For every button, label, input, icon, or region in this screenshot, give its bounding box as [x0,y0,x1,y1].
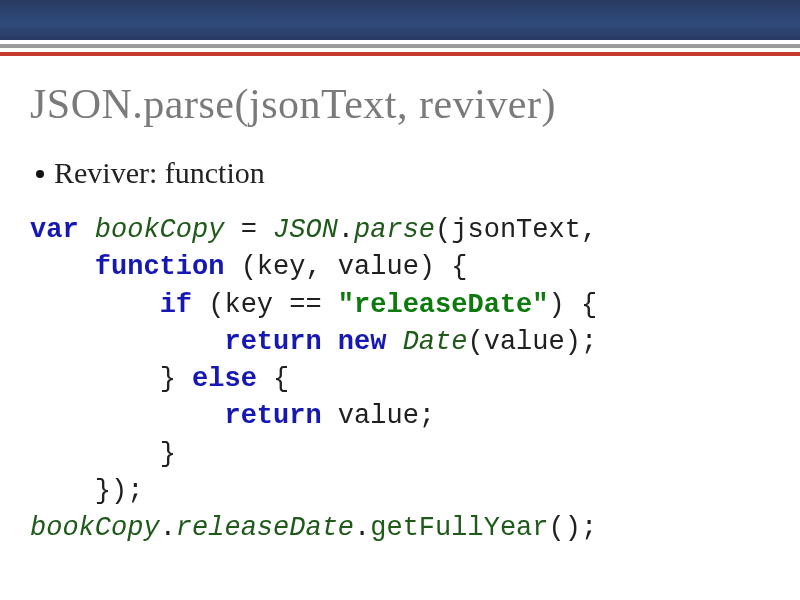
tok: (); [549,513,598,543]
tok [79,215,95,245]
tok-if: if [160,290,192,320]
bullet-reviver: Reviver: function [36,156,770,190]
tok [30,327,224,357]
tok [30,290,160,320]
bullet-dot-icon [36,170,44,178]
tok [30,401,224,431]
tok-return: return [224,327,321,357]
bullet-text: Reviver: function [54,156,265,189]
tok: } [160,439,176,469]
tok-json: JSON [273,215,338,245]
tok [30,439,160,469]
tok: } [160,364,192,394]
tok: ) { [549,290,598,320]
tok-date: Date [403,327,468,357]
tok: (jsonText, [435,215,597,245]
tok: (key == [192,290,338,320]
code-block: var bookCopy = JSON.parse(jsonText, func… [30,212,770,547]
tok: (key, value) { [224,252,467,282]
tok-else: else [192,364,257,394]
tok: . [338,215,354,245]
tok-return: return [224,401,321,431]
tok [30,364,160,394]
tok-function: function [95,252,225,282]
tok-bookcopy: bookCopy [95,215,225,245]
tok: (value); [467,327,597,357]
tok: { [257,364,289,394]
tok-var: var [30,215,79,245]
tok [386,327,402,357]
title-band [0,0,800,40]
tok-string: "releaseDate" [338,290,549,320]
tok: . [160,513,176,543]
slide-title: JSON.parse(jsonText, reviver) [30,80,770,128]
tok: = [224,215,273,245]
tok-getfullyear: getFullYear [370,513,548,543]
slide-body: JSON.parse(jsonText, reviver) Reviver: f… [0,56,800,547]
divider-grey [0,44,800,48]
tok: . [354,513,370,543]
tok-new: new [338,327,387,357]
tok [30,252,95,282]
tok [30,476,95,506]
tok-parse: parse [354,215,435,245]
tok [322,327,338,357]
tok-releasedate: releaseDate [176,513,354,543]
tok-bookcopy: bookCopy [30,513,160,543]
tok: }); [95,476,144,506]
tok: value; [322,401,435,431]
